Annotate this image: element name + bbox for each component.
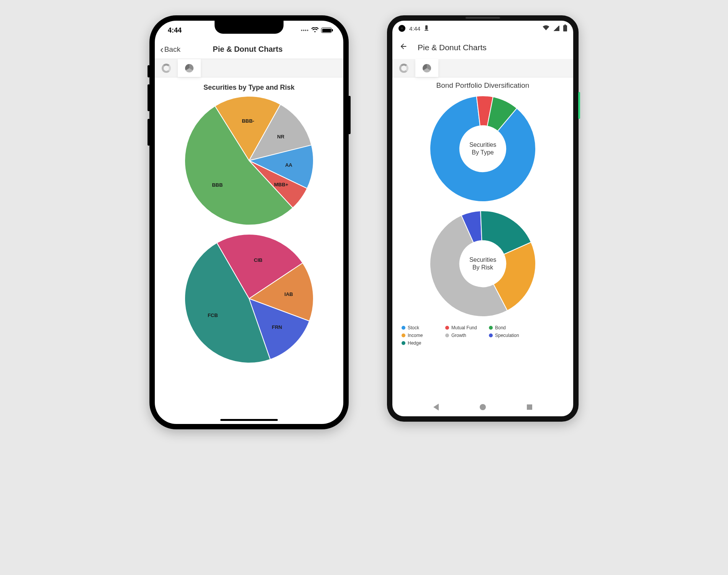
legend-label: Speculation bbox=[495, 333, 519, 338]
android-back-button[interactable] bbox=[433, 404, 439, 411]
tab-donut[interactable] bbox=[155, 59, 178, 77]
android-home-button[interactable] bbox=[480, 404, 486, 410]
legend-item[interactable]: Growth bbox=[445, 333, 480, 338]
tab-donut[interactable] bbox=[392, 59, 415, 77]
android-status-bar: 4:44 bbox=[392, 21, 573, 36]
pie-chart-type-risk-bottom[interactable]: CIBIABFRNFCB bbox=[184, 233, 314, 364]
android-topbar: Pie & Donut Charts bbox=[392, 36, 573, 59]
ios-clock: 4:44 bbox=[168, 26, 182, 34]
tab-pie[interactable] bbox=[178, 59, 201, 77]
pie-icon bbox=[185, 64, 193, 72]
iphone-screen: 4:44 •••• ‹ Back Pie & Donut Charts Secu… bbox=[155, 21, 343, 424]
battery-icon bbox=[321, 28, 332, 33]
android-content: Bond Portfolio Diversification Securitie… bbox=[392, 77, 573, 398]
legend-item[interactable]: Stock bbox=[402, 325, 437, 330]
battery-icon bbox=[563, 25, 567, 31]
donut-center-label-risk: Securities By Risk bbox=[460, 241, 505, 286]
pie-icon bbox=[423, 64, 431, 72]
android-device-frame: 4:44 Pie & Donut Charts Bond Portfolio D… bbox=[387, 15, 579, 422]
legend-label: Growth bbox=[451, 333, 466, 338]
legend-swatch bbox=[445, 334, 449, 337]
legend-label: Income bbox=[408, 333, 423, 338]
ios-section-title: Securities by Type and Risk bbox=[203, 84, 295, 92]
chart-legend: StockMutual FundBondIncomeGrowthSpeculat… bbox=[400, 325, 566, 346]
legend-swatch bbox=[402, 341, 405, 345]
legend-item[interactable]: Income bbox=[402, 333, 437, 338]
ios-nav-bar: ‹ Back Pie & Donut Charts bbox=[155, 40, 343, 59]
android-recents-button[interactable] bbox=[527, 404, 532, 410]
front-camera bbox=[398, 25, 405, 32]
tab-pie[interactable] bbox=[415, 59, 438, 77]
page-title: Pie & Donut Charts bbox=[418, 43, 487, 52]
legend-swatch bbox=[489, 334, 493, 337]
home-indicator[interactable] bbox=[220, 419, 278, 421]
legend-label: Stock bbox=[408, 325, 419, 330]
ios-content: Securities by Type and Risk BBB-NRAAMBB+… bbox=[155, 77, 343, 424]
page-title: Pie & Donut Charts bbox=[157, 45, 338, 54]
chart-type-tabbar bbox=[392, 59, 573, 77]
android-nav-bar bbox=[392, 398, 573, 416]
legend-swatch bbox=[402, 334, 405, 337]
android-screen: 4:44 Pie & Donut Charts Bond Portfolio D… bbox=[392, 21, 573, 416]
donut-chart-by-risk[interactable]: Securities By Risk bbox=[429, 210, 536, 317]
notification-icon bbox=[424, 25, 429, 32]
donut-chart-by-type[interactable]: Securities By Type bbox=[429, 95, 536, 202]
legend-label: Hedge bbox=[408, 340, 421, 346]
legend-swatch bbox=[402, 326, 405, 330]
svg-rect-0 bbox=[425, 25, 428, 30]
android-section-title: Bond Portfolio Diversification bbox=[436, 81, 530, 90]
wifi-icon bbox=[543, 25, 549, 32]
cell-signal-icon bbox=[553, 26, 559, 31]
wifi-icon bbox=[311, 26, 319, 34]
donut-icon bbox=[399, 64, 408, 73]
chart-type-tabbar bbox=[155, 59, 343, 77]
legend-label: Mutual Fund bbox=[451, 325, 477, 330]
legend-item[interactable]: Speculation bbox=[489, 333, 524, 338]
back-button[interactable] bbox=[399, 42, 408, 53]
pie-chart-type-risk-top[interactable]: BBB-NRAAMBB+BBB bbox=[184, 95, 314, 226]
donut-icon bbox=[162, 64, 171, 73]
donut-center-label-type: Securities By Type bbox=[460, 126, 505, 171]
iphone-notch bbox=[215, 21, 284, 34]
legend-item[interactable]: Hedge bbox=[402, 340, 437, 346]
svg-rect-1 bbox=[425, 30, 428, 31]
iphone-device-frame: 4:44 •••• ‹ Back Pie & Donut Charts Secu… bbox=[149, 15, 349, 429]
legend-swatch bbox=[489, 326, 493, 330]
cellular-dots-icon: •••• bbox=[301, 28, 309, 33]
legend-item[interactable]: Bond bbox=[489, 325, 524, 330]
legend-label: Bond bbox=[495, 325, 506, 330]
legend-swatch bbox=[445, 326, 449, 330]
legend-item[interactable]: Mutual Fund bbox=[445, 325, 480, 330]
android-clock: 4:44 bbox=[409, 25, 420, 32]
